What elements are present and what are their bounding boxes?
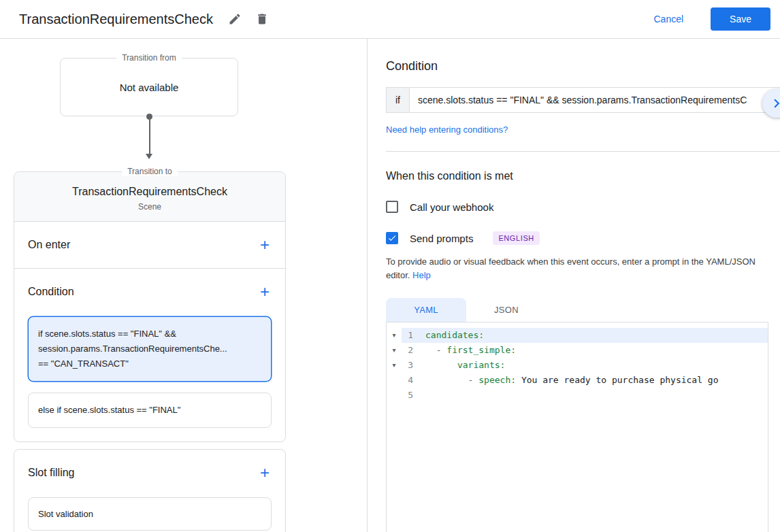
code-text[interactable]: candidates: xyxy=(419,328,768,343)
top-bar-actions: Cancel Save xyxy=(647,7,770,31)
transition-to-subtitle: Scene xyxy=(25,202,274,212)
condition-panel-title: Condition xyxy=(386,39,780,73)
language-badge: ENGLISH xyxy=(493,231,540,245)
prompts-description: To provide audio or visual feedback when… xyxy=(386,255,777,282)
editor-tabs: YAML JSON xyxy=(386,298,780,322)
edit-name-button[interactable] xyxy=(223,7,247,31)
editor-line-content: 4 - speech: You are ready to purchase ph… xyxy=(402,373,768,388)
editor-line: 5 xyxy=(387,388,768,403)
page-title: TransactionRequirementsCheck xyxy=(19,12,213,27)
delete-scene-button[interactable] xyxy=(250,7,274,31)
code-text[interactable] xyxy=(419,388,768,403)
line-number: 4 xyxy=(402,373,419,388)
condition-help-link[interactable]: Need help entering conditions? xyxy=(386,124,508,135)
if-label: if xyxy=(386,87,409,113)
transition-to-header: Transition to TransactionRequirementsChe… xyxy=(14,172,285,222)
editor-line: ▾1candidates: xyxy=(387,328,768,343)
line-number: 2 xyxy=(402,343,419,358)
help-link[interactable]: Help xyxy=(412,270,431,280)
condition-item-line: else if scene.slots.status == "FINAL" xyxy=(38,403,261,418)
on-enter-label: On enter xyxy=(28,239,70,251)
send-prompts-row: Send prompts ENGLISH xyxy=(386,231,780,245)
trash-icon xyxy=(255,12,269,26)
editor-line-content: 2 - first_simple: xyxy=(402,343,768,358)
main-area: Transition from Not available Transition… xyxy=(0,39,780,532)
condition-item-line: if scene.slots.status == "FINAL" && xyxy=(38,327,261,342)
condition-section-header: Condition + xyxy=(14,269,285,315)
tab-yaml[interactable]: YAML xyxy=(386,298,466,322)
line-number: 1 xyxy=(402,328,419,343)
fold-gutter xyxy=(387,373,402,388)
cancel-button[interactable]: Cancel xyxy=(647,8,690,30)
code-text[interactable]: - first_simple: xyxy=(419,343,768,358)
transition-dot xyxy=(146,114,152,120)
transition-graph: Transition from Not available xyxy=(0,39,367,171)
slot-filling-label: Slot filling xyxy=(28,467,74,479)
fold-toggle-icon[interactable]: ▾ xyxy=(387,358,402,373)
webhook-row: Call your webhook xyxy=(386,201,780,213)
fold-toggle-icon[interactable]: ▾ xyxy=(387,328,402,343)
chevron-right-icon xyxy=(768,95,780,112)
fold-gutter xyxy=(387,388,402,403)
transition-to-label: Transition to xyxy=(122,167,178,176)
editor-line-content: 3 variants: xyxy=(402,358,768,373)
editor-line: ▾2 - first_simple: xyxy=(387,343,768,358)
scene-editor-window: TransactionRequirementsCheck Cancel Save xyxy=(0,0,780,532)
code-text[interactable]: - speech: You are ready to purchase phys… xyxy=(419,373,768,388)
condition-section-label: Condition xyxy=(28,286,74,298)
editor-line-content: 5 xyxy=(402,388,768,403)
condition-item[interactable]: else if scene.slots.status == "FINAL" xyxy=(28,393,272,428)
condition-item[interactable]: if scene.slots.status == "FINAL" &&sessi… xyxy=(28,316,272,382)
on-enter-section: On enter + xyxy=(14,222,285,269)
add-on-enter-button[interactable]: + xyxy=(254,234,276,256)
title-actions xyxy=(223,7,274,31)
pencil-icon xyxy=(228,12,242,26)
code-text[interactable]: variants: xyxy=(419,358,768,373)
editor-line: 4 - speech: You are ready to purchase ph… xyxy=(387,373,768,388)
tab-json[interactable]: JSON xyxy=(466,298,547,322)
editor-lines: ▾1candidates:▾2 - first_simple:▾3 varian… xyxy=(387,328,768,403)
when-condition-met-title: When this condition is met xyxy=(386,170,780,182)
webhook-label: Call your webhook xyxy=(410,201,493,213)
section-divider xyxy=(386,151,780,152)
transition-arrow-line xyxy=(149,120,150,154)
slot-filling-section-header: Slot filling + xyxy=(14,450,285,496)
add-slot-button[interactable]: + xyxy=(254,462,276,484)
transition-arrow-head xyxy=(146,154,152,159)
slot-item-list: Slot validationTransactionRequirementsCh… xyxy=(14,496,285,532)
editor-line: ▾3 variants: xyxy=(387,358,768,373)
send-prompts-checkbox[interactable] xyxy=(386,232,398,244)
transition-from-label: Transition from xyxy=(116,53,182,63)
check-icon xyxy=(387,233,397,243)
condition-item-line: == "CAN_TRANSACT" xyxy=(38,356,261,371)
condition-item-list: if scene.slots.status == "FINAL" &&sessi… xyxy=(14,315,285,442)
scene-graph-pane: Transition from Not available Transition… xyxy=(0,39,368,532)
condition-detail-pane: Condition if Need help entering conditio… xyxy=(368,39,780,532)
webhook-checkbox[interactable] xyxy=(386,201,398,213)
transition-from-box: Transition from Not available xyxy=(60,58,238,116)
editor-line-content: 1candidates: xyxy=(402,328,768,343)
top-bar: TransactionRequirementsCheck Cancel Save xyxy=(0,0,780,39)
add-condition-button[interactable]: + xyxy=(254,281,276,303)
line-number: 5 xyxy=(402,388,419,403)
fold-toggle-icon[interactable]: ▾ xyxy=(387,343,402,358)
condition-expression-input[interactable] xyxy=(409,87,780,113)
scene-card: Transition to TransactionRequirementsChe… xyxy=(14,171,286,442)
slot-filling-card: Slot filling + Slot validationTransactio… xyxy=(14,449,286,532)
condition-item-line: session.params.TransactionRequirementsCh… xyxy=(38,342,261,356)
transition-to-title: TransactionRequirementsCheck xyxy=(25,186,274,198)
send-prompts-label: Send prompts xyxy=(410,233,473,244)
prompts-description-text: To provide audio or visual feedback when… xyxy=(386,256,755,280)
yaml-code-editor[interactable]: ▾1candidates:▾2 - first_simple:▾3 varian… xyxy=(386,322,768,532)
slot-item[interactable]: Slot validation xyxy=(28,497,272,531)
transition-from-value: Not available xyxy=(120,82,179,93)
line-number: 3 xyxy=(402,358,419,373)
condition-expression-row: if xyxy=(386,87,780,113)
save-button[interactable]: Save xyxy=(711,7,770,31)
